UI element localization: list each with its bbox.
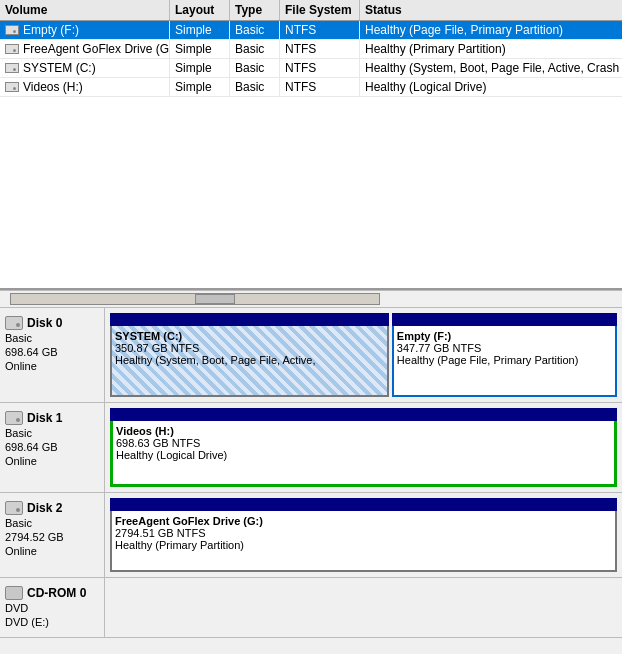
partition-freeagent-status: Healthy (Primary Partition) — [115, 539, 612, 551]
cdrom-label: CD-ROM 0 DVD DVD (E:) — [0, 578, 105, 637]
partition-system[interactable]: SYSTEM (C:) 350.87 GB NTFS Healthy (Syst… — [110, 313, 389, 397]
hdd-icon — [5, 411, 23, 425]
cell-type: Basic — [230, 78, 280, 96]
horizontal-scrollbar[interactable] — [0, 290, 622, 308]
partition-freeagent-size: 2794.51 GB NTFS — [115, 527, 612, 539]
cell-type: Basic — [230, 40, 280, 58]
disk-1-status: Online — [5, 455, 99, 467]
partition-empty-size: 347.77 GB NTFS — [397, 342, 612, 354]
table-body: Empty (F:) Simple Basic NTFS Healthy (Pa… — [0, 21, 622, 288]
disk-row-cdrom: CD-ROM 0 DVD DVD (E:) — [0, 578, 622, 638]
volume-table-section: Volume Layout Type File System Status Em… — [0, 0, 622, 290]
drive-icon — [5, 44, 19, 54]
cell-fs: NTFS — [280, 21, 360, 39]
header-layout: Layout — [170, 0, 230, 20]
disk-0-partitions: SYSTEM (C:) 350.87 GB NTFS Healthy (Syst… — [105, 308, 622, 402]
cdrom-icon — [5, 586, 23, 600]
cdrom-type: DVD — [5, 602, 99, 614]
scrollbar-thumb[interactable] — [195, 294, 235, 304]
disk-0-label: Disk 0 Basic 698.64 GB Online — [0, 308, 105, 402]
disk-management-window: Volume Layout Type File System Status Em… — [0, 0, 622, 654]
disk-0-name: Disk 0 — [27, 316, 62, 330]
cell-volume: Empty (F:) — [0, 21, 170, 39]
scrollbar-track[interactable] — [10, 293, 380, 305]
cell-volume: Videos (H:) — [0, 78, 170, 96]
partition-freeagent-title: FreeAgent GoFlex Drive (G:) — [115, 515, 612, 527]
cdrom-name: CD-ROM 0 — [27, 586, 86, 600]
cell-status: Healthy (Logical Drive) — [360, 78, 622, 96]
partition-videos[interactable]: Videos (H:) 698.63 GB NTFS Healthy (Logi… — [110, 408, 617, 487]
disk-row-1: Disk 1 Basic 698.64 GB Online Videos (H:… — [0, 403, 622, 493]
cdrom-icon-row: CD-ROM 0 — [5, 586, 99, 600]
disk-1-label: Disk 1 Basic 698.64 GB Online — [0, 403, 105, 492]
table-row[interactable]: FreeAgent GoFlex Drive (G:) Simple Basic… — [0, 40, 622, 59]
partition-freeagent[interactable]: FreeAgent GoFlex Drive (G:) 2794.51 GB N… — [110, 498, 617, 572]
partition-videos-status: Healthy (Logical Drive) — [116, 449, 611, 461]
partition-system-status: Healthy (System, Boot, Page File, Active… — [115, 354, 384, 366]
cell-layout: Simple — [170, 40, 230, 58]
disk-0-status: Online — [5, 360, 99, 372]
cell-type: Basic — [230, 59, 280, 77]
cdrom-drive: DVD (E:) — [5, 616, 99, 628]
disk-2-icon-row: Disk 2 — [5, 501, 99, 515]
disk-2-name: Disk 2 — [27, 501, 62, 515]
partition-bar — [110, 498, 617, 511]
cell-fs: NTFS — [280, 78, 360, 96]
partition-empty-title: Empty (F:) — [397, 330, 612, 342]
disk-2-type: Basic — [5, 517, 99, 529]
header-type: Type — [230, 0, 280, 20]
cell-volume: SYSTEM (C:) — [0, 59, 170, 77]
hdd-icon — [5, 316, 23, 330]
disk-1-name: Disk 1 — [27, 411, 62, 425]
hdd-icon — [5, 501, 23, 515]
disk-row-2: Disk 2 Basic 2794.52 GB Online FreeAgent… — [0, 493, 622, 578]
disk-map-section: Disk 0 Basic 698.64 GB Online SYSTEM (C:… — [0, 308, 622, 654]
drive-icon — [5, 25, 19, 35]
disk-1-partitions: Videos (H:) 698.63 GB NTFS Healthy (Logi… — [105, 403, 622, 492]
disk-0-type: Basic — [5, 332, 99, 344]
disk-0-icon-row: Disk 0 — [5, 316, 99, 330]
table-row[interactable]: Videos (H:) Simple Basic NTFS Healthy (L… — [0, 78, 622, 97]
table-row[interactable]: SYSTEM (C:) Simple Basic NTFS Healthy (S… — [0, 59, 622, 78]
cell-fs: NTFS — [280, 40, 360, 58]
table-row[interactable]: Empty (F:) Simple Basic NTFS Healthy (Pa… — [0, 21, 622, 40]
header-status: Status — [360, 0, 622, 20]
cell-status: Healthy (Primary Partition) — [360, 40, 622, 58]
disk-2-size: 2794.52 GB — [5, 531, 99, 543]
cell-layout: Simple — [170, 21, 230, 39]
disk-2-label: Disk 2 Basic 2794.52 GB Online — [0, 493, 105, 577]
header-volume: Volume — [0, 0, 170, 20]
disk-1-size: 698.64 GB — [5, 441, 99, 453]
cdrom-partitions — [105, 578, 622, 637]
cell-layout: Simple — [170, 78, 230, 96]
cell-fs: NTFS — [280, 59, 360, 77]
disk-1-type: Basic — [5, 427, 99, 439]
disk-row-0: Disk 0 Basic 698.64 GB Online SYSTEM (C:… — [0, 308, 622, 403]
disk-0-size: 698.64 GB — [5, 346, 99, 358]
partition-bar — [110, 408, 617, 421]
partition-system-size: 350.87 GB NTFS — [115, 342, 384, 354]
partition-system-title: SYSTEM (C:) — [115, 330, 384, 342]
partition-videos-title: Videos (H:) — [116, 425, 611, 437]
disk-2-status: Online — [5, 545, 99, 557]
drive-icon — [5, 63, 19, 73]
header-filesystem: File System — [280, 0, 360, 20]
cell-status: Healthy (System, Boot, Page File, Active… — [360, 59, 622, 77]
partition-bar — [110, 313, 389, 326]
disk-1-icon-row: Disk 1 — [5, 411, 99, 425]
partition-bar — [392, 313, 617, 326]
disk-2-partitions: FreeAgent GoFlex Drive (G:) 2794.51 GB N… — [105, 493, 622, 577]
table-header-row: Volume Layout Type File System Status — [0, 0, 622, 21]
drive-icon — [5, 82, 19, 92]
partition-empty-status: Healthy (Page File, Primary Partition) — [397, 354, 612, 366]
cell-type: Basic — [230, 21, 280, 39]
cell-layout: Simple — [170, 59, 230, 77]
cell-status: Healthy (Page File, Primary Partition) — [360, 21, 622, 39]
partition-empty[interactable]: Empty (F:) 347.77 GB NTFS Healthy (Page … — [392, 313, 617, 397]
partition-videos-size: 698.63 GB NTFS — [116, 437, 611, 449]
cell-volume: FreeAgent GoFlex Drive (G:) — [0, 40, 170, 58]
